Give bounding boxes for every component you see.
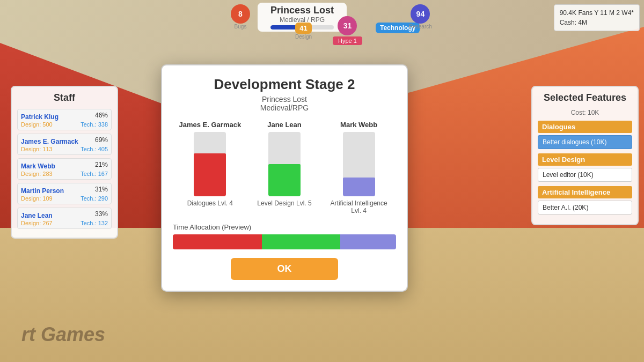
staff-name-2: Mark Webb [21,162,55,170]
staff-name-3: Martin Person [21,187,64,195]
staff-name-1: James E. Garmack [21,138,78,145]
hud-stats: 90.4K Fans Y 11 M 2 W4* Cash: 4M [554,4,640,31]
fans-stat: 90.4K Fans Y 11 M 2 W4* [560,8,634,18]
time-bar [173,234,396,249]
staff-stats-4: Design: 267 Tech.: 132 [21,220,108,226]
main-dialog: Development Stage 2 Princess Lost Mediev… [161,64,408,292]
design-stat-0: Design: 500 [21,121,53,128]
staff-stats-1: Design: 113 Tech.: 405 [21,146,108,152]
features-cost-label: Cost: 10K [538,109,632,116]
design-badge: 41 [295,23,311,34]
staff-row: James E. Garmack 69% Design: 113 Tech.: … [17,134,112,155]
research-badge: 94 [411,4,430,24]
worker-col-1: Jane Lean Level Design Lvl. 5 [252,121,317,215]
time-segment-1 [262,234,340,249]
dialog-game-genre: Medieval/RPG [260,104,309,112]
time-allocation: Time Allocation (Preview) [173,223,396,249]
story-badge: 31 [338,16,357,35]
staff-row: Martin Person 31% Design: 109 Tech.: 290 [17,183,112,204]
worker-skill-1: Level Design Lvl. 5 [257,200,311,207]
design-stat-4: Design: 267 [21,220,53,226]
staff-stats-2: Design: 283 Tech.: 167 [21,171,108,177]
staff-row: Patrick Klug 46% Design: 500 Tech.: 338 [17,109,112,130]
staff-stats-3: Design: 109 Tech.: 290 [21,195,108,202]
design-stat-3: Design: 109 [21,195,53,202]
worker-skill-0: Dialogues Lvl. 4 [187,200,233,207]
worker-bar-0 [194,132,226,196]
worker-name-1: Jane Lean [267,121,302,129]
hud-bar: 8 Bugs Princess Lost Medieval / RPG 41 D… [0,0,644,43]
story-section: 31 Hype 1 [333,16,362,45]
staff-row: Mark Webb 21% Design: 283 Tech.: 167 [17,158,112,180]
worker-col-2: Mark Webb Artificial Intelligence Lvl. 4 [327,121,391,215]
staff-percent-0: 46% [95,112,108,119]
worker-bar-fill-0 [194,153,226,196]
features-panel: Selected Features Cost: 10K Dialogues Be… [531,86,639,225]
worker-name-2: Mark Webb [340,121,377,129]
tech-stat-3: Tech.: 290 [80,195,108,202]
feature-category-ai: Artificial Intelligence [538,186,632,198]
features-panel-title: Selected Features [538,92,632,104]
design-stat-1: Design: 113 [21,146,53,152]
design-section: 41 Design [295,23,312,40]
feature-item-level-editor[interactable]: Level editor (10K) [538,168,632,182]
staff-stats-0: Design: 500 Tech.: 338 [21,121,108,128]
dialog-title: Development Stage 2 [173,76,396,93]
design-stat-2: Design: 283 [21,171,53,177]
worker-bar-1 [268,132,301,196]
dialog-subtitle: Princess Lost Medieval/RPG [173,95,396,112]
research-section: 94 Research [409,4,432,29]
worker-bar-fill-2 [343,178,375,196]
studio-name: rt Games [21,323,105,346]
bugs-label: Bugs [235,24,247,29]
tech-stat-1: Tech.: 405 [80,146,108,152]
staff-name-0: Patrick Klug [21,113,58,121]
staff-percent-4: 33% [95,210,108,218]
workers-section: James E. Garmack Dialogues Lvl. 4 Jane L… [173,121,396,215]
staff-name-4: Jane Lean [21,212,53,219]
staff-percent-2: 21% [95,161,108,168]
worker-name-0: James E. Garmack [179,121,241,129]
worker-col-0: James E. Garmack Dialogues Lvl. 4 [178,121,242,215]
feature-category-dialogues: Dialogues [538,121,632,133]
game-title: Princess Lost [270,5,334,16]
staff-percent-1: 69% [95,136,108,144]
feature-item-better-ai[interactable]: Better A.I. (20K) [538,201,632,215]
feature-item-better-dialogues[interactable]: Better dialogues (10K) [538,135,632,149]
staff-row: Jane Lean 33% Design: 267 Tech.: 132 [17,208,112,229]
worker-bar-2 [343,132,375,196]
bugs-count: 8 [238,10,243,18]
tech-stat-0: Tech.: 338 [80,121,108,128]
staff-percent-3: 31% [95,186,108,193]
ok-button[interactable]: OK [231,258,338,280]
cash-stat: Cash: 4M [560,18,634,27]
design-label: Design [295,34,312,40]
worker-skill-2: Artificial Intelligence Lvl. 4 [327,200,391,215]
time-segment-0 [173,234,262,249]
hype-badge: Hype 1 [333,36,362,45]
bugs-badge: 8 [231,4,250,24]
research-label: Research [409,24,432,29]
staff-panel: Staff Patrick Klug 46% Design: 500 Tech.… [11,86,118,239]
tech-stat-2: Tech.: 167 [80,171,108,177]
time-alloc-label: Time Allocation (Preview) [173,223,396,231]
dialog-game-name: Princess Lost [262,95,307,104]
worker-bar-fill-1 [268,164,301,196]
tech-stat-4: Tech.: 132 [80,220,108,226]
time-segment-2 [340,234,396,249]
staff-panel-title: Staff [17,92,112,104]
feature-category-level-design: Level Design [538,153,632,166]
